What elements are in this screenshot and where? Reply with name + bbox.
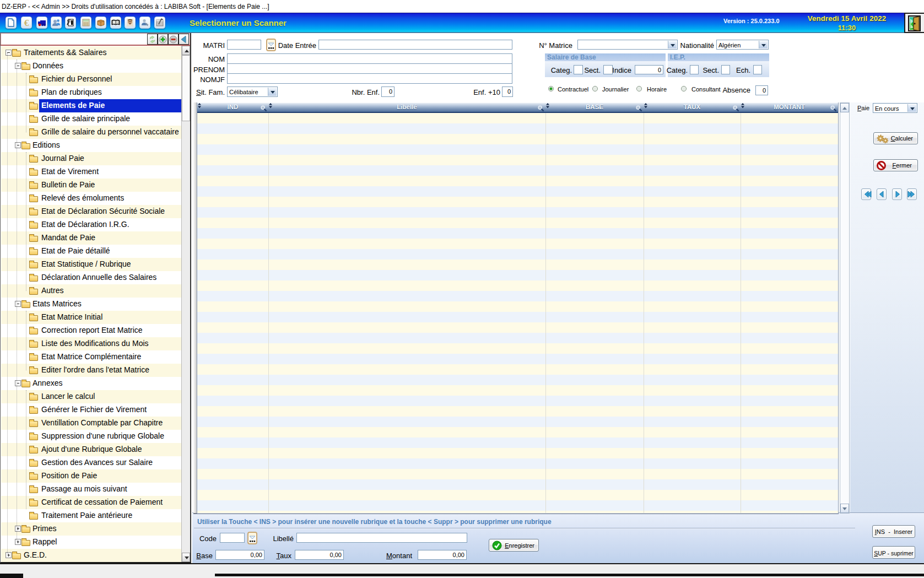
- svg-text:€: €: [24, 18, 29, 27]
